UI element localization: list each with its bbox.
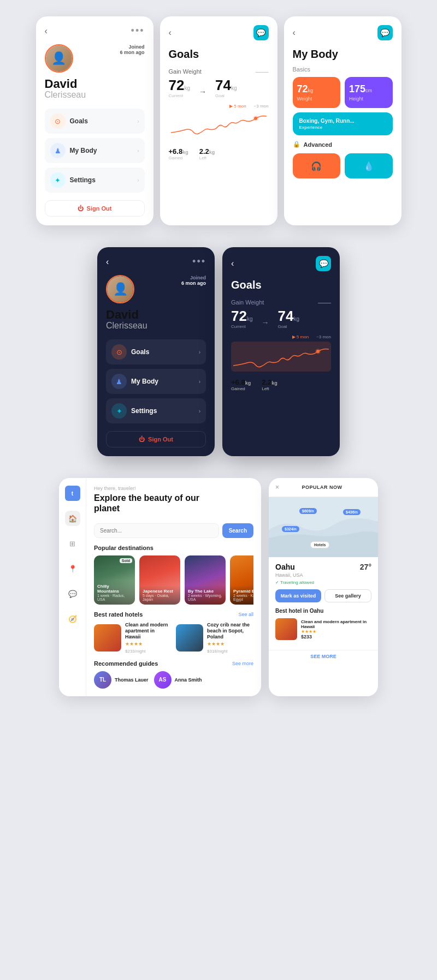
search-input[interactable] bbox=[94, 523, 219, 538]
hotel-name-2: Cozy crib near the beach in Sopot, Polan… bbox=[207, 622, 253, 640]
dark-back-button[interactable]: ‹ bbox=[106, 257, 109, 267]
guide-item-1: TL Thomas Lauer bbox=[94, 671, 149, 689]
dark-goals-chat-icon[interactable]: 💬 bbox=[316, 256, 331, 271]
advanced-tile-1[interactable]: 🎧 bbox=[293, 153, 341, 178]
travel-layout: t 🏠 ⊞ 📍 💬 🧭 Hey there, traveler! Explore… bbox=[59, 478, 261, 696]
gained-label: Gained bbox=[169, 156, 188, 160]
joined-ago: 6 mon ago bbox=[120, 50, 144, 55]
destinations-row: Sold Chilly Mountains 1 week · Radus, US… bbox=[94, 555, 253, 605]
signout-label: Sign Out bbox=[87, 205, 112, 212]
dark-joined-label: Joined bbox=[181, 275, 206, 280]
search-button[interactable]: Search bbox=[222, 523, 253, 538]
goals-back-button[interactable]: ‹ bbox=[169, 28, 172, 38]
advanced-tile-2[interactable]: 💧 bbox=[345, 153, 393, 178]
goal-weight-unit: kg bbox=[231, 85, 237, 91]
dark-nav-bar: ‹ ••• bbox=[106, 256, 206, 267]
menu-item-body[interactable]: ♟ My Body › bbox=[45, 138, 145, 163]
mark-visited-button[interactable]: Mark as visited bbox=[275, 589, 321, 602]
body-chat-icon[interactable]: 💬 bbox=[377, 25, 393, 40]
sidebar-logo-icon[interactable]: t bbox=[65, 486, 80, 501]
dark-current-label: Current bbox=[231, 324, 252, 329]
dark-first-name: David bbox=[106, 309, 206, 321]
map-close-button[interactable]: × bbox=[275, 483, 279, 491]
lock-icon: 🔒 bbox=[293, 141, 300, 148]
experience-text: Boxing, Gym, Runn... bbox=[299, 118, 386, 124]
dest-info-3: 2 weeks · Wyoming, USA bbox=[188, 594, 222, 601]
dest-card-1[interactable]: Sold Chilly Mountains 1 week · Radus, US… bbox=[94, 555, 135, 605]
basics-label: Basics bbox=[293, 66, 393, 73]
dark-goals-back[interactable]: ‹ bbox=[231, 259, 234, 268]
map-place-sub: Hawaii, USA bbox=[275, 572, 314, 578]
dest-card-3[interactable]: By The Lake 2 weeks · Wyoming, USA bbox=[185, 555, 226, 605]
guide-item-2: AS Anna Smith bbox=[154, 671, 202, 689]
dark-menu-settings[interactable]: ✦ Settings › bbox=[106, 398, 206, 423]
dark-avatar: 👤 bbox=[106, 275, 134, 303]
map-place-group: Oahu Hawaii, USA ✓ Traveling allowed bbox=[275, 563, 314, 589]
arrow-icon: → bbox=[199, 87, 206, 96]
map-temp: 27° bbox=[360, 563, 371, 571]
body-back-button[interactable]: ‹ bbox=[293, 28, 296, 38]
dark-left-val: 2.2kg bbox=[262, 378, 277, 386]
see-all-link[interactable]: See all bbox=[238, 612, 253, 617]
popular-title-row: Popular destinations bbox=[94, 545, 253, 551]
hotel-img-2 bbox=[176, 624, 203, 652]
dark-left-label: Left bbox=[262, 386, 277, 391]
dark-more-menu-icon[interactable]: ••• bbox=[192, 256, 206, 267]
dest-info-4: 2 weeks · Kairo, Egypt bbox=[233, 594, 253, 601]
goal-section-name: Gain Weight —— bbox=[169, 68, 269, 75]
price-pin-3[interactable]: $324/n bbox=[282, 526, 299, 532]
sidebar-location-icon[interactable]: 📍 bbox=[65, 561, 80, 576]
chart-labels: ▶ 5 mon ~3 mon bbox=[169, 104, 269, 109]
more-menu-icon[interactable]: ••• bbox=[131, 25, 145, 37]
hotel-info-2: Cozy crib near the beach in Sopot, Polan… bbox=[207, 622, 253, 653]
sidebar-grid-icon[interactable]: ⊞ bbox=[65, 536, 80, 551]
travel-sidebar: t 🏠 ⊞ 📍 💬 🧭 bbox=[59, 478, 86, 696]
dest-card-2[interactable]: Japenese Rest 5 days · Osaka, Japan bbox=[139, 555, 180, 605]
body-page-title: My Body bbox=[293, 48, 393, 61]
advanced-tiles: 🎧 💧 bbox=[293, 153, 393, 178]
settings-label: Settings bbox=[70, 176, 96, 184]
dark-avatar-face: 👤 bbox=[107, 276, 133, 302]
menu-item-settings[interactable]: ✦ Settings › bbox=[45, 168, 145, 193]
see-more-button[interactable]: SEE MORE bbox=[269, 650, 378, 662]
see-more-guides-link[interactable]: See more bbox=[232, 661, 253, 666]
price-pin-1[interactable]: $609/n bbox=[299, 508, 317, 514]
height-val: 175cm bbox=[349, 83, 388, 95]
dark-current-group: 72kg Current bbox=[231, 309, 252, 329]
dark-arrow: → bbox=[261, 318, 269, 327]
menu-item-goals[interactable]: ⊙ Goals › bbox=[45, 109, 145, 134]
current-weight-unit: kg bbox=[184, 85, 190, 91]
guides-title-row: Recommended guides See more bbox=[94, 660, 253, 667]
dark-signout-label: Sign Out bbox=[148, 436, 173, 443]
travel-content: Hey there, traveler! Explore the beauty … bbox=[86, 478, 261, 696]
see-gallery-button[interactable]: See gallery bbox=[324, 589, 371, 602]
goal-dash: —— bbox=[256, 68, 269, 76]
hotels-pin[interactable]: Hotels bbox=[310, 541, 329, 548]
settings-icon: ✦ bbox=[50, 172, 66, 188]
sidebar-message-icon[interactable]: 💬 bbox=[65, 586, 80, 601]
signout-icon: ⏻ bbox=[78, 205, 84, 212]
advanced-section: 🔒 Advanced bbox=[293, 141, 393, 148]
dark-goal-val: 74 bbox=[277, 308, 293, 324]
dest-card-4[interactable]: Pyramid Explo... 2 weeks · Kairo, Egypt bbox=[230, 555, 253, 605]
experience-tile: Boxing, Gym, Runn... Experience bbox=[293, 112, 393, 135]
goal-weight-group: 74kg Goal bbox=[215, 78, 237, 98]
last-name: Clerisseau bbox=[45, 90, 145, 100]
sidebar-home-icon[interactable]: 🏠 bbox=[65, 511, 80, 526]
dark-menu-goals[interactable]: ⊙ Goals › bbox=[106, 339, 206, 364]
dark-signout-button[interactable]: ⏻ Sign Out bbox=[106, 431, 206, 447]
map-area[interactable]: $609/n $436/n $324/n Hotels bbox=[269, 497, 378, 557]
current-weight-val: 72 bbox=[169, 77, 185, 93]
price-pin-2[interactable]: $436/n bbox=[343, 509, 361, 515]
chevron-icon: › bbox=[137, 177, 139, 183]
dark-menu-body[interactable]: ♟ My Body › bbox=[106, 369, 206, 394]
joined-label: Joined bbox=[120, 44, 144, 50]
back-button[interactable]: ‹ bbox=[45, 26, 48, 36]
goals-chat-icon[interactable]: 💬 bbox=[253, 25, 269, 40]
height-tile-label: Height bbox=[349, 96, 388, 101]
stats-row: +6.8kg Gained 2.2kg Left bbox=[169, 147, 269, 160]
joined-info: Joined 6 mon ago bbox=[120, 44, 144, 55]
signout-button[interactable]: ⏻ Sign Out bbox=[45, 200, 145, 217]
sidebar-compass-icon[interactable]: 🧭 bbox=[65, 611, 80, 626]
svg-point-1 bbox=[253, 116, 258, 121]
